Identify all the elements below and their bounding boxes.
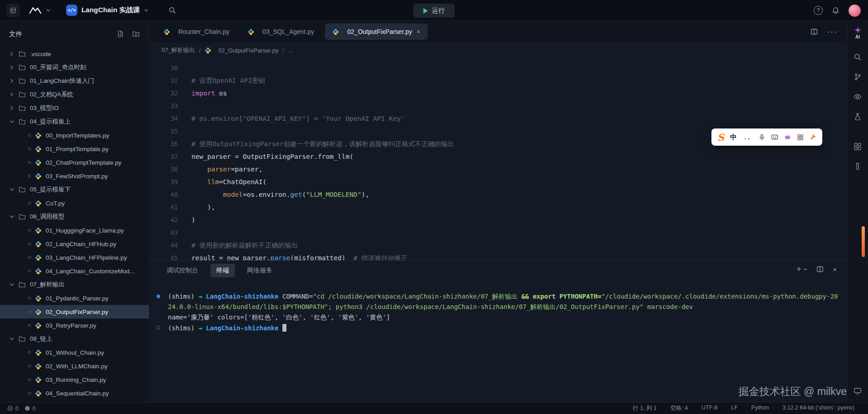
help-button[interactable]: ?: [814, 6, 823, 15]
extensions-grid-icon[interactable]: [854, 143, 862, 151]
tree-file[interactable]: 02_ChatPromptTemplate.py: [0, 156, 149, 169]
folder-icon: [19, 50, 26, 57]
tree-file[interactable]: 02_OutputFixParser.py: [0, 305, 149, 319]
errors-icon[interactable]: [7, 405, 13, 411]
new-terminal-button[interactable]: +: [796, 265, 808, 273]
sidebar-title: 文件: [9, 30, 22, 38]
tree-folder[interactable]: 03_模型IO: [0, 101, 149, 115]
tree-file[interactable]: 04_SequentialChain.py: [0, 386, 149, 400]
user-avatar[interactable]: [849, 5, 861, 17]
search-icon[interactable]: [168, 6, 176, 14]
status-item[interactable]: 3.12.2 64-bit ('shims': pyenv): [782, 404, 854, 412]
editor-tab[interactable]: Rounter_Chain.py: [156, 24, 237, 40]
tree-folder[interactable]: 05_提示模板下: [0, 183, 149, 196]
tree-folder[interactable]: 00_开篇词_奇点时刻: [0, 61, 149, 74]
notifications-bell-icon[interactable]: [832, 7, 839, 14]
split-panel-icon[interactable]: [816, 266, 824, 273]
chevron-icon: [9, 187, 15, 192]
ai-assistant-button[interactable]: AI: [854, 26, 862, 39]
search-in-files-icon[interactable]: [854, 53, 862, 61]
breadcrumb-item[interactable]: ...: [288, 47, 293, 54]
breadcrumb-label: 07_解析输出: [162, 46, 195, 54]
tree-file[interactable]: 03_Running_Chain.py: [0, 373, 149, 386]
flask-icon[interactable]: [854, 113, 862, 121]
run-button[interactable]: 运行: [414, 4, 455, 18]
tree-file[interactable]: 04_LangChain_CustomizeMod...: [0, 264, 149, 278]
tree-folder[interactable]: 01_LangChain快速入门: [0, 74, 149, 88]
status-item[interactable]: 行 1, 列 1: [633, 404, 657, 412]
file-dot: [28, 378, 31, 381]
line-number: 35: [150, 128, 178, 135]
tree-file[interactable]: 01_Without_Chain.py: [0, 346, 149, 359]
code-lines[interactable]: 3031# 设置OpenAI API密钥32import os3334# os.…: [150, 58, 847, 260]
editor-tab[interactable]: 03_SQL_Agent.py: [240, 24, 321, 40]
tree-file[interactable]: 00_ImportTemplates.py: [0, 128, 149, 142]
breadcrumb-separator: /: [282, 47, 284, 54]
apps-grid-icon[interactable]: [797, 134, 804, 141]
tree-file[interactable]: 03_LangChain_HFPipeline.py: [0, 251, 149, 264]
tree-folder[interactable]: 06_调用模型: [0, 210, 149, 224]
file-dot: [28, 351, 31, 354]
project-selector[interactable]: </> LangChain 实战课: [66, 5, 148, 16]
breadcrumb-separator: /: [199, 47, 201, 54]
remote-monitor-icon[interactable]: [854, 387, 862, 395]
preview-eye-icon[interactable]: [854, 93, 862, 101]
watermark: 掘金技术社区 @ milkve: [739, 385, 847, 399]
tree-file[interactable]: 03_RetryParser.py: [0, 319, 149, 332]
tree-folder[interactable]: 08_链上: [0, 332, 149, 346]
tree-item-label: 03_FewShotPrompt.py: [46, 173, 108, 180]
tree-file[interactable]: 01_PromptTemplate.py: [0, 142, 149, 156]
tab-close-icon[interactable]: ×: [416, 28, 420, 35]
chevron-icon: [9, 105, 15, 111]
tree-file[interactable]: 01_HugggingFace_Llama.py: [0, 224, 149, 237]
toolbox-wrench-icon[interactable]: [810, 134, 816, 141]
folder-icon: [19, 91, 26, 98]
source-control-icon[interactable]: [854, 73, 862, 81]
tree-file[interactable]: 02_LangChain_HFHub.py: [0, 237, 149, 251]
new-file-icon[interactable]: [117, 30, 124, 38]
close-panel-icon[interactable]: ×: [833, 266, 837, 273]
python-icon: [35, 349, 42, 356]
status-item[interactable]: 空格: 4: [670, 404, 688, 412]
tree-file[interactable]: CoT.py: [0, 196, 149, 210]
tree-item-label: 07_解析输出: [30, 281, 65, 289]
terminal-output[interactable]: (shims) → LangChain-shizhanke COMMAND="c…: [150, 281, 841, 402]
tree-item-label: 05_提示模板下: [30, 186, 71, 194]
breadcrumb-label: ...: [288, 47, 293, 54]
panel-tab[interactable]: 调试控制台: [161, 264, 204, 277]
file-dot: [28, 256, 31, 259]
breadcrumb-item[interactable]: 07_解析输出: [162, 46, 195, 54]
tree-folder[interactable]: 07_解析输出: [0, 278, 149, 291]
test-beaker-icon[interactable]: [854, 162, 862, 171]
status-item[interactable]: Python: [751, 404, 769, 412]
editor-tab[interactable]: 02_OutputFixParser.py×: [325, 24, 427, 40]
errors-count: 0: [15, 405, 19, 412]
status-item[interactable]: LF: [731, 404, 738, 412]
new-folder-icon[interactable]: [132, 30, 140, 38]
warnings-icon[interactable]: [24, 405, 30, 411]
code-text: # os.environ["OPENAI_API_KEY"] = 'Your O…: [191, 115, 405, 122]
breadcrumb-item[interactable]: 02_OutputFixParser.py: [205, 47, 278, 54]
more-actions-icon[interactable]: ···: [827, 29, 838, 34]
chinese-mode-icon[interactable]: 中: [730, 133, 737, 142]
tree-file[interactable]: 03_FewShotPrompt.py: [0, 169, 149, 183]
mic-icon[interactable]: [758, 134, 765, 141]
scrollbar-thumb[interactable]: [862, 226, 865, 257]
status-item[interactable]: UTF-8: [701, 404, 717, 412]
tree-folder[interactable]: 04_提示模板上: [0, 115, 149, 128]
panel-tab[interactable]: 终端: [210, 264, 235, 277]
punctuation-icon[interactable]: ，。: [743, 134, 753, 141]
python-icon: [35, 146, 42, 152]
split-editor-icon[interactable]: [811, 28, 818, 35]
tree-folder[interactable]: 02_文档QA系统: [0, 88, 149, 101]
panel-tab[interactable]: 网络服务: [241, 264, 278, 277]
skin-icon[interactable]: [784, 134, 791, 141]
tree-folder[interactable]: .vscode: [0, 47, 149, 61]
app-menu-button[interactable]: [6, 4, 20, 17]
tree-file[interactable]: 02_With_LLMChain.py: [0, 359, 149, 373]
app-logo[interactable]: [29, 6, 51, 14]
emoji-keyboard-icon[interactable]: [771, 133, 778, 141]
terminal-cursor: [282, 324, 286, 332]
tree-file[interactable]: 01_Pydantic_Parser.py: [0, 291, 149, 305]
sogou-logo[interactable]: S: [717, 132, 724, 143]
